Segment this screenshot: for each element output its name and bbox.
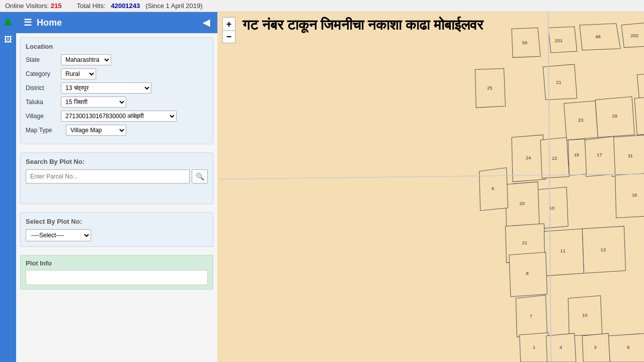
state-select[interactable]: Maharashtra xyxy=(61,54,111,65)
panel-header: ☰ Home ◀ xyxy=(16,12,217,33)
hits-label: Total Hits: xyxy=(77,2,106,10)
hits-since: (Since 1 April 2019) xyxy=(145,2,202,10)
svg-text:16: 16 xyxy=(632,193,637,198)
svg-text:19: 19 xyxy=(574,152,579,157)
svg-text:23: 23 xyxy=(578,118,583,123)
zoom-in-button[interactable]: + xyxy=(222,17,235,30)
map-type-label: Map Type xyxy=(26,127,66,134)
hits-count: 42001243 xyxy=(111,2,140,10)
svg-text:48: 48 xyxy=(595,34,600,39)
svg-marker-45 xyxy=(615,173,644,218)
location-section: Location State Maharashtra Category Rura… xyxy=(20,37,213,144)
svg-text:21: 21 xyxy=(522,240,527,245)
svg-marker-83 xyxy=(608,333,644,362)
svg-text:22: 22 xyxy=(552,156,557,161)
image-icon[interactable]: 🖼 xyxy=(1,33,15,47)
svg-text:201: 201 xyxy=(555,38,563,43)
svg-text:31: 31 xyxy=(628,153,633,158)
map-area[interactable]: + − गट नंबर टाकून जिमनीचा नकाशा काढा मोब… xyxy=(217,12,644,362)
panel-title: Home xyxy=(37,18,203,28)
svg-marker-43 xyxy=(568,139,586,175)
svg-text:11: 11 xyxy=(560,248,566,253)
district-select[interactable]: 13 चंद्रपूर xyxy=(61,82,151,94)
svg-text:13: 13 xyxy=(601,247,606,252)
svg-text:202: 202 xyxy=(630,33,638,38)
svg-text:21: 21 xyxy=(556,80,561,85)
svg-text:10: 10 xyxy=(582,313,587,318)
svg-text:6: 6 xyxy=(492,186,494,191)
search-button[interactable]: 🔍 xyxy=(192,169,208,184)
icon-sidebar: 🌲 🖼 xyxy=(0,12,16,362)
plot-info-section: Plot Info xyxy=(20,255,213,290)
svg-text:7: 7 xyxy=(530,314,532,319)
svg-text:17: 17 xyxy=(597,152,602,157)
svg-text:20: 20 xyxy=(520,201,525,206)
svg-text:24: 24 xyxy=(526,155,531,160)
visitors-label: Online Visitors: xyxy=(5,2,49,10)
zoom-out-button[interactable]: − xyxy=(222,30,235,43)
village-label: Village xyxy=(26,113,61,120)
category-select[interactable]: Rural xyxy=(61,68,96,79)
svg-text:9: 9 xyxy=(627,345,629,350)
tree-icon[interactable]: 🌲 xyxy=(1,15,15,29)
plot-info-title: Plot Info xyxy=(26,259,208,267)
select-plot-title: Select By Plot No: xyxy=(26,218,208,225)
visitors-count: 215 xyxy=(51,2,62,10)
village-select[interactable]: 271300130167830000 आंबेझरी xyxy=(61,111,177,122)
svg-text:25: 25 xyxy=(487,85,492,90)
svg-text:3: 3 xyxy=(594,345,597,350)
svg-text:29: 29 xyxy=(612,114,617,119)
map-type-select[interactable]: Village Map xyxy=(66,125,126,136)
location-title: Location xyxy=(26,43,208,50)
search-section: Search By Plot No: 🔍 xyxy=(20,152,213,204)
taluka-select[interactable]: 15 जिवती xyxy=(61,97,126,108)
svg-text:1: 1 xyxy=(533,345,535,350)
svg-text:4: 4 xyxy=(559,345,562,350)
district-label: District xyxy=(26,84,61,92)
menu-icon[interactable]: ☰ xyxy=(24,17,32,28)
search-title: Search By Plot No: xyxy=(26,158,208,165)
collapse-icon[interactable]: ◀ xyxy=(203,17,210,28)
svg-text:8: 8 xyxy=(526,271,529,276)
state-label: State xyxy=(26,56,61,63)
taluka-label: Taluka xyxy=(26,99,61,106)
category-label: Category xyxy=(26,70,61,77)
map-svg[interactable]: 201 48 202 204 56 36 33 205 25 xyxy=(217,12,644,362)
select-plot-section: Select By Plot No: ----Select---- xyxy=(20,212,213,247)
svg-text:56: 56 xyxy=(522,40,527,45)
left-panel: ☰ Home ◀ Location State Maharashtra Cate… xyxy=(16,12,217,362)
zoom-controls: + − xyxy=(222,17,235,43)
select-plot-dropdown[interactable]: ----Select---- xyxy=(26,229,91,241)
plot-info-content xyxy=(26,270,208,285)
search-input[interactable] xyxy=(26,169,190,184)
